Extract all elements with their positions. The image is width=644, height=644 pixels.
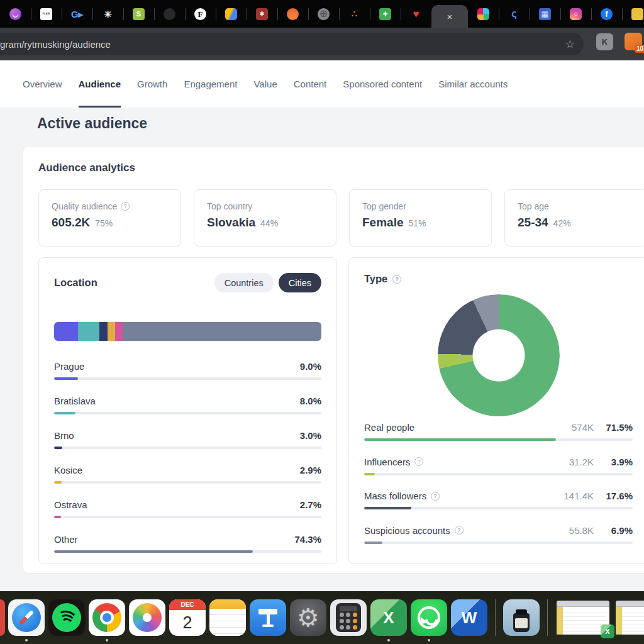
word-dock[interactable]: W: [451, 599, 487, 636]
pinned-tab[interactable]: [277, 0, 308, 28]
metric-track: [54, 377, 321, 380]
nav-tab-engagement[interactable]: Engagement: [184, 60, 237, 108]
metric-label: Bratislava: [54, 396, 96, 406]
metric-line: Suspicious accounts?55.8K6.9%: [364, 525, 633, 536]
calendar-dock[interactable]: DEC2: [169, 599, 206, 636]
calculator-dock[interactable]: [330, 599, 367, 636]
metric-track: [54, 412, 321, 414]
extension-icon-orange[interactable]: 10: [625, 33, 642, 50]
pinned-tab[interactable]: F: [185, 0, 216, 28]
nav-tab-growth[interactable]: Growth: [137, 60, 167, 108]
stat-percent: 51%: [408, 218, 426, 228]
metric-count: 574K: [550, 422, 594, 433]
metric-track: [364, 473, 633, 475]
metric-line: Brno3.0%: [54, 430, 321, 441]
extension-icon[interactable]: K: [596, 33, 613, 50]
pinned-tab[interactable]: ς: [499, 0, 530, 28]
metric-track: [54, 516, 321, 518]
settings-dock[interactable]: ⚙: [290, 599, 326, 636]
metric-fill: [364, 541, 382, 544]
metric-row: Influencers?31.2K3.9%: [364, 457, 633, 491]
metric-percent: 9.0%: [282, 361, 321, 372]
metric-label: Brno: [54, 430, 74, 441]
window-thumb[interactable]: X: [616, 601, 644, 635]
active-tab[interactable]: ×: [431, 5, 468, 28]
metric-name: Real people: [364, 422, 414, 433]
toggle-cities[interactable]: Cities: [279, 273, 321, 292]
metric-line: Real people574K71.5%: [364, 422, 633, 433]
extension-badge: 10: [635, 45, 644, 53]
pinned-tab[interactable]: ♥: [401, 0, 431, 28]
help-icon[interactable]: ?: [431, 492, 440, 501]
pinned-tab[interactable]: [154, 0, 185, 28]
type-title: Type ?: [364, 273, 401, 285]
help-icon[interactable]: ?: [121, 202, 130, 211]
nav-tab-overview[interactable]: Overview: [23, 60, 62, 108]
help-icon[interactable]: ?: [392, 275, 401, 284]
metric-percent: 71.5%: [594, 422, 633, 433]
green-cross-favicon: +: [379, 8, 391, 20]
charts-row: Location CountriesCities Prague9.0%Brati…: [38, 257, 644, 564]
nav-tab-content[interactable]: Content: [294, 60, 327, 108]
metric-track: [54, 550, 321, 553]
spotify-dock[interactable]: [48, 599, 85, 636]
whatsapp-dock[interactable]: [411, 599, 447, 636]
partial-app-icon[interactable]: [0, 599, 5, 636]
window-thumb[interactable]: X: [557, 601, 609, 635]
chrome-dock[interactable]: [89, 599, 125, 636]
smiley-favicon: ◡: [9, 8, 21, 20]
pinned-tab[interactable]: +: [370, 0, 401, 28]
metric-row: Bratislava8.0%: [54, 396, 321, 430]
address-bar[interactable]: gram/rytmusking/audience ☆: [0, 33, 584, 55]
metric-track: [364, 541, 633, 544]
pinned-tab[interactable]: ○: [560, 0, 591, 28]
pinned-tab[interactable]: ✱: [247, 0, 277, 28]
facebook-favicon: f: [601, 8, 613, 20]
notes-dock[interactable]: [209, 599, 246, 636]
excel-dock[interactable]: X: [370, 599, 407, 636]
metric-name: Influencers?: [364, 457, 423, 467]
metric-fill: [54, 481, 62, 484]
help-icon[interactable]: ?: [455, 526, 464, 535]
bar-segment-ostrava: [115, 322, 122, 341]
metric-label: Ostrava: [54, 499, 87, 510]
nav-tab-value[interactable]: Value: [253, 60, 277, 108]
pinned-tab[interactable]: [622, 0, 644, 28]
nav-tab-audience[interactable]: Audience: [79, 60, 121, 108]
metric-count: 55.8K: [550, 525, 594, 536]
toggle-countries[interactable]: Countries: [214, 273, 274, 292]
safari-dock[interactable]: [8, 599, 45, 636]
pinned-tab[interactable]: ◡: [0, 0, 31, 28]
nav-tab-sponsored-content[interactable]: Sponsored content: [343, 60, 422, 108]
metric-name: Other: [54, 534, 78, 545]
pinned-tab[interactable]: [216, 0, 247, 28]
pinned-tab[interactable]: [468, 0, 499, 28]
stack-dock[interactable]: [503, 599, 540, 636]
bookmark-star-icon[interactable]: ☆: [565, 38, 575, 51]
pinned-tab[interactable]: ⊕: [308, 0, 339, 28]
metric-track: [364, 438, 633, 441]
site-nav: OverviewAudienceGrowthEngagementValueCon…: [0, 60, 644, 108]
nav-tab-similar-accounts[interactable]: Similar accounts: [438, 60, 508, 108]
close-icon[interactable]: ×: [447, 11, 453, 22]
pinned-tab[interactable]: G▸: [62, 0, 92, 28]
pinned-tab[interactable]: ✳: [92, 0, 123, 28]
g-play-favicon: G▸: [71, 8, 83, 20]
metric-count: 31.2K: [550, 457, 594, 467]
metric-line: Bratislava8.0%: [54, 396, 321, 406]
stat-label: Top country: [207, 201, 323, 211]
pinned-tab[interactable]: f: [591, 0, 622, 28]
pinned-tab[interactable]: FLAIR: [31, 0, 62, 28]
flair-favicon: FLAIR: [40, 8, 52, 20]
stat-label-text: Quality audience: [52, 201, 117, 211]
stat-percent: 42%: [553, 218, 571, 228]
photos-dock[interactable]: [129, 599, 165, 636]
metric-line: Influencers?31.2K3.9%: [364, 457, 633, 467]
location-toggle: CountriesCities: [214, 273, 321, 292]
pinned-tab[interactable]: ∴: [339, 0, 370, 28]
pinned-tab[interactable]: S: [123, 0, 154, 28]
url-text: gram/rytmusking/audience: [0, 39, 111, 50]
help-icon[interactable]: ?: [414, 457, 423, 466]
pinned-tab[interactable]: ▦: [530, 0, 560, 28]
keynote-dock[interactable]: [250, 599, 286, 636]
